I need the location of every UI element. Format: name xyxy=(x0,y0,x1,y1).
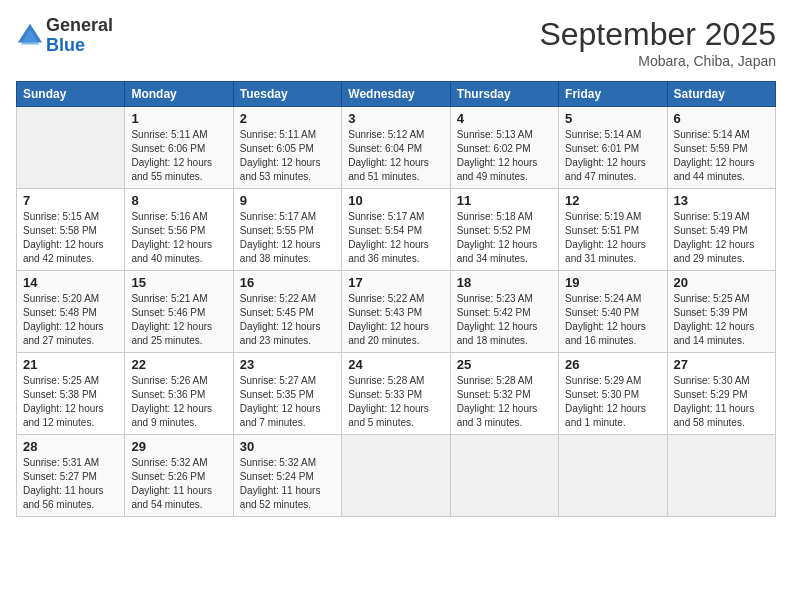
day-number: 24 xyxy=(348,357,443,372)
day-info: Sunrise: 5:13 AMSunset: 6:02 PMDaylight:… xyxy=(457,128,552,184)
day-number: 6 xyxy=(674,111,769,126)
calendar-table: SundayMondayTuesdayWednesdayThursdayFrid… xyxy=(16,81,776,517)
day-number: 7 xyxy=(23,193,118,208)
day-number: 12 xyxy=(565,193,660,208)
day-info: Sunrise: 5:28 AMSunset: 5:32 PMDaylight:… xyxy=(457,374,552,430)
day-number: 25 xyxy=(457,357,552,372)
calendar-cell: 2Sunrise: 5:11 AMSunset: 6:05 PMDaylight… xyxy=(233,107,341,189)
day-number: 23 xyxy=(240,357,335,372)
calendar-cell: 13Sunrise: 5:19 AMSunset: 5:49 PMDayligh… xyxy=(667,189,775,271)
day-number: 19 xyxy=(565,275,660,290)
day-info: Sunrise: 5:19 AMSunset: 5:49 PMDaylight:… xyxy=(674,210,769,266)
calendar-cell: 10Sunrise: 5:17 AMSunset: 5:54 PMDayligh… xyxy=(342,189,450,271)
location: Mobara, Chiba, Japan xyxy=(539,53,776,69)
calendar-cell xyxy=(17,107,125,189)
page-header: General Blue September 2025 Mobara, Chib… xyxy=(16,16,776,69)
day-number: 28 xyxy=(23,439,118,454)
day-info: Sunrise: 5:15 AMSunset: 5:58 PMDaylight:… xyxy=(23,210,118,266)
calendar-cell xyxy=(342,435,450,517)
day-info: Sunrise: 5:24 AMSunset: 5:40 PMDaylight:… xyxy=(565,292,660,348)
calendar-cell: 29Sunrise: 5:32 AMSunset: 5:26 PMDayligh… xyxy=(125,435,233,517)
day-info: Sunrise: 5:21 AMSunset: 5:46 PMDaylight:… xyxy=(131,292,226,348)
weekday-header: Thursday xyxy=(450,82,558,107)
day-info: Sunrise: 5:17 AMSunset: 5:54 PMDaylight:… xyxy=(348,210,443,266)
calendar-cell: 28Sunrise: 5:31 AMSunset: 5:27 PMDayligh… xyxy=(17,435,125,517)
day-number: 13 xyxy=(674,193,769,208)
calendar-cell: 9Sunrise: 5:17 AMSunset: 5:55 PMDaylight… xyxy=(233,189,341,271)
calendar-cell xyxy=(559,435,667,517)
day-info: Sunrise: 5:22 AMSunset: 5:45 PMDaylight:… xyxy=(240,292,335,348)
day-info: Sunrise: 5:29 AMSunset: 5:30 PMDaylight:… xyxy=(565,374,660,430)
day-number: 20 xyxy=(674,275,769,290)
day-info: Sunrise: 5:20 AMSunset: 5:48 PMDaylight:… xyxy=(23,292,118,348)
calendar-week-row: 1Sunrise: 5:11 AMSunset: 6:06 PMDaylight… xyxy=(17,107,776,189)
day-info: Sunrise: 5:23 AMSunset: 5:42 PMDaylight:… xyxy=(457,292,552,348)
day-info: Sunrise: 5:25 AMSunset: 5:38 PMDaylight:… xyxy=(23,374,118,430)
calendar-cell: 27Sunrise: 5:30 AMSunset: 5:29 PMDayligh… xyxy=(667,353,775,435)
day-number: 17 xyxy=(348,275,443,290)
day-info: Sunrise: 5:27 AMSunset: 5:35 PMDaylight:… xyxy=(240,374,335,430)
calendar-cell: 6Sunrise: 5:14 AMSunset: 5:59 PMDaylight… xyxy=(667,107,775,189)
logo-general: General xyxy=(46,16,113,36)
weekday-header: Tuesday xyxy=(233,82,341,107)
calendar-cell xyxy=(450,435,558,517)
day-number: 29 xyxy=(131,439,226,454)
calendar-week-row: 7Sunrise: 5:15 AMSunset: 5:58 PMDaylight… xyxy=(17,189,776,271)
day-number: 10 xyxy=(348,193,443,208)
calendar-cell: 12Sunrise: 5:19 AMSunset: 5:51 PMDayligh… xyxy=(559,189,667,271)
calendar-cell: 8Sunrise: 5:16 AMSunset: 5:56 PMDaylight… xyxy=(125,189,233,271)
day-number: 21 xyxy=(23,357,118,372)
day-number: 22 xyxy=(131,357,226,372)
title-block: September 2025 Mobara, Chiba, Japan xyxy=(539,16,776,69)
day-info: Sunrise: 5:18 AMSunset: 5:52 PMDaylight:… xyxy=(457,210,552,266)
calendar-cell xyxy=(667,435,775,517)
month-title: September 2025 xyxy=(539,16,776,53)
weekday-header: Friday xyxy=(559,82,667,107)
calendar-cell: 3Sunrise: 5:12 AMSunset: 6:04 PMDaylight… xyxy=(342,107,450,189)
calendar-cell: 1Sunrise: 5:11 AMSunset: 6:06 PMDaylight… xyxy=(125,107,233,189)
calendar-cell: 22Sunrise: 5:26 AMSunset: 5:36 PMDayligh… xyxy=(125,353,233,435)
day-info: Sunrise: 5:19 AMSunset: 5:51 PMDaylight:… xyxy=(565,210,660,266)
calendar-cell: 14Sunrise: 5:20 AMSunset: 5:48 PMDayligh… xyxy=(17,271,125,353)
calendar-cell: 16Sunrise: 5:22 AMSunset: 5:45 PMDayligh… xyxy=(233,271,341,353)
day-number: 4 xyxy=(457,111,552,126)
day-number: 8 xyxy=(131,193,226,208)
calendar-cell: 19Sunrise: 5:24 AMSunset: 5:40 PMDayligh… xyxy=(559,271,667,353)
day-number: 30 xyxy=(240,439,335,454)
weekday-header: Wednesday xyxy=(342,82,450,107)
day-info: Sunrise: 5:16 AMSunset: 5:56 PMDaylight:… xyxy=(131,210,226,266)
day-number: 16 xyxy=(240,275,335,290)
logo-icon xyxy=(16,22,44,50)
calendar-cell: 11Sunrise: 5:18 AMSunset: 5:52 PMDayligh… xyxy=(450,189,558,271)
calendar-cell: 17Sunrise: 5:22 AMSunset: 5:43 PMDayligh… xyxy=(342,271,450,353)
day-number: 15 xyxy=(131,275,226,290)
day-number: 1 xyxy=(131,111,226,126)
day-number: 11 xyxy=(457,193,552,208)
day-info: Sunrise: 5:11 AMSunset: 6:05 PMDaylight:… xyxy=(240,128,335,184)
day-info: Sunrise: 5:17 AMSunset: 5:55 PMDaylight:… xyxy=(240,210,335,266)
logo: General Blue xyxy=(16,16,113,56)
calendar-cell: 15Sunrise: 5:21 AMSunset: 5:46 PMDayligh… xyxy=(125,271,233,353)
weekday-header: Monday xyxy=(125,82,233,107)
calendar-cell: 20Sunrise: 5:25 AMSunset: 5:39 PMDayligh… xyxy=(667,271,775,353)
day-info: Sunrise: 5:31 AMSunset: 5:27 PMDaylight:… xyxy=(23,456,118,512)
weekday-header-row: SundayMondayTuesdayWednesdayThursdayFrid… xyxy=(17,82,776,107)
calendar-cell: 26Sunrise: 5:29 AMSunset: 5:30 PMDayligh… xyxy=(559,353,667,435)
calendar-cell: 23Sunrise: 5:27 AMSunset: 5:35 PMDayligh… xyxy=(233,353,341,435)
day-info: Sunrise: 5:12 AMSunset: 6:04 PMDaylight:… xyxy=(348,128,443,184)
day-number: 14 xyxy=(23,275,118,290)
day-number: 3 xyxy=(348,111,443,126)
day-number: 18 xyxy=(457,275,552,290)
calendar-cell: 21Sunrise: 5:25 AMSunset: 5:38 PMDayligh… xyxy=(17,353,125,435)
day-info: Sunrise: 5:30 AMSunset: 5:29 PMDaylight:… xyxy=(674,374,769,430)
day-info: Sunrise: 5:11 AMSunset: 6:06 PMDaylight:… xyxy=(131,128,226,184)
calendar-week-row: 21Sunrise: 5:25 AMSunset: 5:38 PMDayligh… xyxy=(17,353,776,435)
day-number: 2 xyxy=(240,111,335,126)
day-info: Sunrise: 5:25 AMSunset: 5:39 PMDaylight:… xyxy=(674,292,769,348)
calendar-cell: 7Sunrise: 5:15 AMSunset: 5:58 PMDaylight… xyxy=(17,189,125,271)
day-info: Sunrise: 5:14 AMSunset: 6:01 PMDaylight:… xyxy=(565,128,660,184)
day-info: Sunrise: 5:32 AMSunset: 5:26 PMDaylight:… xyxy=(131,456,226,512)
day-number: 9 xyxy=(240,193,335,208)
calendar-cell: 18Sunrise: 5:23 AMSunset: 5:42 PMDayligh… xyxy=(450,271,558,353)
calendar-week-row: 28Sunrise: 5:31 AMSunset: 5:27 PMDayligh… xyxy=(17,435,776,517)
